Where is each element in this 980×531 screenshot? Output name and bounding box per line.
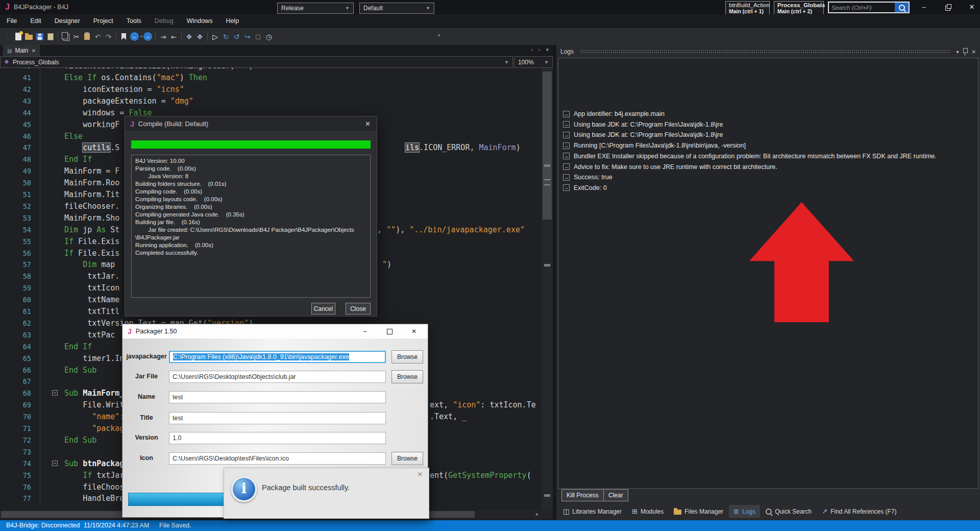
- tab-scroll-right-icon[interactable]: ›: [538, 46, 541, 53]
- close-button[interactable]: ✕: [965, 3, 979, 11]
- log-entry[interactable]: →Using base JDK at: C:\Program Files\Jav…: [563, 131, 723, 138]
- log-entry[interactable]: →App identifier: b4j.example.main: [563, 110, 665, 117]
- code-line-40[interactable]: 40fileChooser.Initialize(workingFolder, …: [0, 68, 553, 72]
- notification-close-icon[interactable]: ✕: [418, 471, 423, 478]
- tab-scroll-left-icon[interactable]: ‹: [531, 46, 533, 53]
- field-input-javapackager[interactable]: C:\Program Files (x86)\Java\jdk1.8.0_91\…: [169, 351, 386, 363]
- tab-files-manager[interactable]: Files Manager: [669, 505, 728, 518]
- quick-jump-button[interactable]: btnBuild_ActionMain (ctrl + 1): [725, 1, 770, 15]
- run-icon[interactable]: ▷: [210, 30, 220, 43]
- dialog-close-icon[interactable]: ✕: [365, 120, 371, 128]
- tab-modules[interactable]: ⊞Modules: [627, 505, 668, 518]
- browse-button[interactable]: Browse: [391, 350, 423, 364]
- tab-main[interactable]: ▤ Main ✕: [3, 45, 40, 56]
- tab-logs[interactable]: ≣Logs: [729, 505, 760, 518]
- tab-quick-search[interactable]: Quick Search: [761, 505, 816, 518]
- log-entry[interactable]: →Success: true: [563, 174, 612, 181]
- scope-selector[interactable]: ❖ Process_Globals ▼: [0, 56, 513, 68]
- kill-process-button[interactable]: Kill Process: [561, 489, 604, 501]
- clear-logs-button[interactable]: Clear: [603, 489, 628, 501]
- panel-close-icon[interactable]: ✕: [972, 49, 976, 55]
- code-line-43[interactable]: 43 packageExtension = "dmg": [0, 95, 553, 107]
- panel-drag-texture[interactable]: [580, 50, 950, 54]
- dialog-minimize-button[interactable]: –: [357, 328, 373, 335]
- find-module-icon[interactable]: ❖: [194, 30, 205, 43]
- code-line-42[interactable]: 42 iconExtension = "icns": [0, 84, 553, 95]
- tab-find-all-references-f7-[interactable]: ↗Find All References (F7): [817, 505, 901, 518]
- undo-icon[interactable]: ↶: [92, 30, 103, 43]
- minimize-button[interactable]: –: [917, 3, 931, 11]
- menu-help[interactable]: Help: [219, 14, 246, 28]
- browse-button[interactable]: Browse: [391, 452, 423, 465]
- menu-debug[interactable]: Debug: [148, 14, 180, 28]
- field-input-jar-file[interactable]: C:\Users\RGS\Desktop\test\Objects\club.j…: [169, 371, 386, 383]
- tab-libraries-manager[interactable]: ◫Libraries Manager: [558, 505, 626, 518]
- navigate-back-icon[interactable]: ←: [129, 30, 140, 43]
- paste-icon[interactable]: [82, 30, 92, 43]
- open-project-icon[interactable]: [23, 30, 34, 43]
- new-file-icon[interactable]: [13, 30, 23, 43]
- panel-splitter[interactable]: [553, 45, 556, 520]
- step-into-icon[interactable]: ↺: [231, 30, 242, 43]
- export-zip-icon[interactable]: [45, 30, 56, 43]
- zoom-selector[interactable]: 100% ▼: [514, 56, 553, 68]
- search-button[interactable]: [895, 3, 909, 12]
- build-configuration-select[interactable]: Release▼: [277, 3, 354, 14]
- menu-edit[interactable]: Edit: [23, 14, 48, 28]
- line-number: 54: [0, 224, 40, 236]
- menu-file[interactable]: File: [0, 14, 23, 28]
- close-button[interactable]: Close: [346, 303, 371, 315]
- find-sub-icon[interactable]: ❖: [184, 30, 194, 43]
- scrollbar-thumb[interactable]: [543, 71, 552, 220]
- logs-output-area[interactable]: →App identifier: b4j.example.main→Using …: [558, 58, 978, 489]
- save-icon[interactable]: [34, 30, 45, 43]
- navigate-forward-icon[interactable]: →: [142, 30, 153, 43]
- field-label-name: Name: [125, 393, 168, 400]
- uncomment-icon[interactable]: ⇤: [168, 30, 179, 43]
- build-timer-icon[interactable]: ◷: [263, 30, 274, 43]
- log-entry[interactable]: →Using base JDK at: C:\Program Files\Jav…: [563, 121, 723, 128]
- scrollbar-mark: [544, 494, 550, 497]
- log-entry[interactable]: →Bundler EXE Installer skipped because o…: [563, 153, 937, 160]
- field-input-version[interactable]: 1.0: [169, 432, 386, 444]
- toolbar-overflow-icon[interactable]: ▾: [438, 33, 440, 38]
- log-entry-text: App identifier: b4j.example.main: [574, 110, 665, 117]
- layout-variant-select[interactable]: Default▼: [359, 3, 434, 14]
- vertical-scrollbar[interactable]: [542, 68, 553, 510]
- field-input-name[interactable]: test: [169, 391, 386, 403]
- log-entry[interactable]: →ExitCode: 0: [563, 184, 607, 191]
- menu-tools[interactable]: Tools: [120, 14, 148, 28]
- tab-close-icon[interactable]: ✕: [31, 48, 35, 54]
- tab-list-icon[interactable]: ▾: [546, 46, 549, 53]
- search-input[interactable]: [829, 3, 895, 12]
- restore-button[interactable]: [941, 5, 955, 12]
- browse-button[interactable]: Browse: [391, 370, 423, 383]
- resume-icon[interactable]: ↻: [220, 30, 231, 43]
- fold-collapse-icon[interactable]: –: [52, 461, 58, 466]
- field-input-title[interactable]: test: [169, 412, 386, 424]
- log-entry[interactable]: →Advice to fix: Make sure to use JRE run…: [563, 163, 777, 171]
- quick-jump-button[interactable]: Process_GlobalsMain (ctrl + 2): [774, 1, 824, 15]
- panel-menu-icon[interactable]: ▾: [957, 49, 959, 55]
- compile-dialog-titlebar[interactable]: J Compile (Build: Default) ✕: [125, 116, 377, 132]
- compile-log-line: Java Version: 8: [135, 173, 366, 180]
- copy-icon[interactable]: [60, 30, 71, 43]
- redo-icon[interactable]: ↷: [103, 30, 114, 43]
- menu-project[interactable]: Project: [87, 14, 120, 28]
- stop-icon[interactable]: □: [253, 30, 263, 43]
- code-line-41[interactable]: 41Else If os.Contains("mac") Then: [0, 72, 553, 84]
- scroll-right-icon[interactable]: ▸: [536, 511, 538, 517]
- pin-icon[interactable]: [963, 48, 968, 53]
- fold-collapse-icon[interactable]: –: [52, 390, 58, 396]
- comment-icon[interactable]: ⇥: [158, 30, 168, 43]
- step-over-icon[interactable]: ↪: [242, 30, 253, 43]
- menu-windows[interactable]: Windows: [180, 14, 219, 28]
- log-entry[interactable]: →Running [C:\Program Files\Java\jdk-1.8\…: [563, 142, 746, 149]
- cancel-button[interactable]: Cancel: [311, 303, 335, 315]
- dialog-maximize-button[interactable]: [382, 329, 397, 336]
- bookmark-icon[interactable]: [118, 30, 129, 43]
- cut-icon[interactable]: ✂: [71, 30, 82, 43]
- menu-designer[interactable]: Designer: [48, 14, 87, 28]
- field-input-icon[interactable]: C:\Users\RGS\Desktop\test\Files\icon.ico: [169, 452, 386, 465]
- dialog-close-button[interactable]: ✕: [406, 328, 422, 335]
